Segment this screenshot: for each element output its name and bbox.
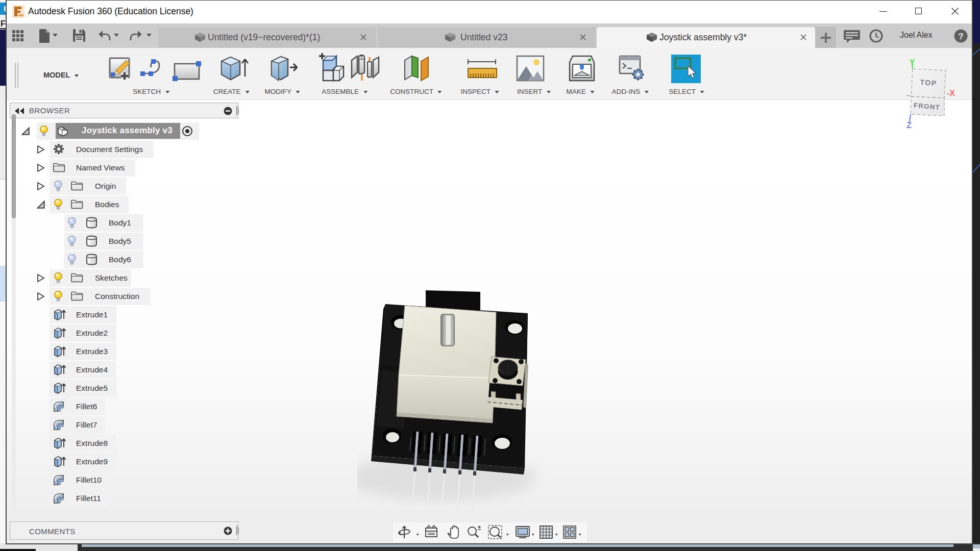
svg-text:?: ? (958, 32, 963, 41)
svg-text:Y: Y (910, 58, 915, 67)
svg-text:-X: -X (947, 89, 955, 97)
svg-text:Z: Z (906, 121, 912, 130)
svg-text:TOP: TOP (920, 78, 937, 87)
